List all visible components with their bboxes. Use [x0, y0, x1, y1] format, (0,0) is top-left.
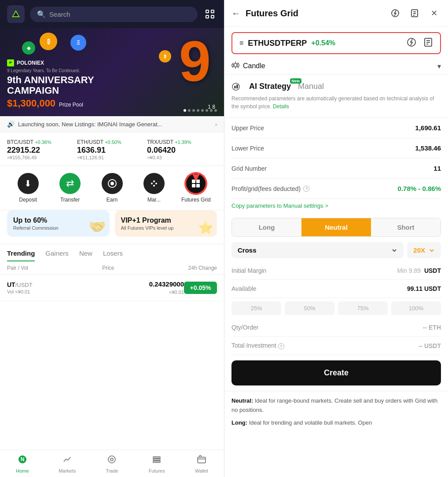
pct-25[interactable]: 25%	[231, 301, 281, 315]
earn-label: Earn	[106, 197, 118, 203]
action-earn[interactable]: Earn	[91, 173, 133, 203]
nav-wallet-label: Wallet	[195, 468, 208, 473]
action-futures-grid[interactable]: ▼ Futures Grid	[175, 173, 217, 203]
svg-rect-44	[237, 64, 239, 66]
leverage-select[interactable]: 20X	[407, 242, 441, 258]
transfer-icon: ⇄	[59, 173, 81, 194]
candle-chart-icon	[231, 61, 239, 71]
futures-grid-label: Futures Grid	[181, 197, 211, 203]
nav-wallet[interactable]: Wallet	[179, 450, 224, 477]
nav-futures[interactable]: Futures	[134, 450, 179, 477]
direction-long[interactable]: Long	[232, 218, 301, 236]
scan-icon[interactable]	[203, 7, 217, 21]
svg-rect-18	[196, 184, 200, 187]
action-deposit[interactable]: ⬇ Deposit	[7, 173, 49, 203]
announcement-text: Launching soon, New Listings: IMGNAI Ima…	[18, 121, 162, 128]
pct-100[interactable]: 100%	[391, 301, 441, 315]
action-transfer[interactable]: ⇄ Transfer	[49, 173, 91, 203]
upper-price-value: 1,690.61	[415, 124, 441, 132]
pct-75[interactable]: 75%	[338, 301, 388, 315]
banner-content: P POLONIEX 9 Legendary Years. To Be Cont…	[7, 59, 94, 109]
app-header: 🔍 Search	[0, 0, 224, 28]
symbol-bar[interactable]: ≡ ETHUSDTPERP +0.54%	[231, 32, 441, 54]
tab-losers[interactable]: Losers	[103, 250, 123, 261]
qty-label: Qty/Order	[231, 324, 258, 331]
strategy-section: AI Strategy New Manual Recommended param…	[224, 75, 448, 114]
wallet-icon	[197, 455, 206, 466]
investment-info-icon[interactable]: ?	[278, 343, 284, 349]
tab-new[interactable]: New	[79, 250, 92, 261]
promo-vip[interactable]: VIP+1 Program All Futures VIPs level up …	[115, 210, 217, 237]
svg-rect-2	[206, 10, 209, 13]
prices-section: BTC/USDT +0.36% 22915.22 ≈¥155,766.49 ET…	[0, 132, 224, 166]
search-placeholder: Search	[49, 11, 70, 18]
lightning-icon[interactable]	[407, 37, 416, 49]
eth-value: 1636.91	[77, 146, 147, 155]
form-investment: Total Investment ? -- USDT	[231, 337, 441, 355]
symbol-change: +0.54%	[311, 39, 335, 47]
pair-vol-ut: Vol <¥0.01	[7, 289, 95, 294]
tab-ai-strategy[interactable]: AI Strategy New	[249, 82, 291, 91]
announcement-bar[interactable]: 🔊 Launching soon, New Listings: IMGNAI I…	[0, 116, 224, 132]
search-input[interactable]: 🔍 Search	[30, 7, 198, 22]
left-panel: 🔍 Search ₿ ◈ Ξ ₿ 9 P POLONIEX	[0, 0, 224, 477]
create-button[interactable]: Create	[231, 360, 441, 385]
pct-50[interactable]: 50%	[285, 301, 334, 315]
tab-gainers[interactable]: Gainers	[45, 250, 69, 261]
price-trx[interactable]: TRX/USDT +1.39% 0.06420 ≈¥0.43	[147, 138, 217, 160]
form-qty: Qty/Order -- ETH	[231, 319, 441, 337]
back-button[interactable]: ←	[231, 8, 240, 18]
lightning-button[interactable]	[388, 6, 402, 20]
nav-trade[interactable]: Trade	[90, 450, 135, 477]
grid-number-value: 11	[433, 165, 441, 172]
svg-rect-24	[153, 459, 160, 460]
nav-markets[interactable]: Markets	[45, 450, 90, 477]
copy-params-button[interactable]: Copy parameters to Manual settings >	[231, 199, 441, 213]
svg-rect-26	[198, 457, 206, 463]
banner-subtitle: 9 Legendary Years. To Be Continued.	[7, 68, 94, 73]
book-button[interactable]	[408, 6, 422, 20]
col-pair: Pair / Vol	[7, 265, 28, 271]
candle-row[interactable]: Candle ▾	[224, 58, 448, 75]
nav-home-label: Home	[16, 468, 29, 473]
svg-rect-23	[153, 457, 160, 458]
param-upper-price: Upper Price 1,690.61	[231, 118, 441, 138]
direction-short[interactable]: Short	[371, 218, 441, 236]
trx-change: +1.39%	[175, 139, 191, 145]
price-btc[interactable]: BTC/USDT +0.36% 22915.22 ≈¥155,766.49	[7, 138, 77, 160]
details-link[interactable]: Details	[273, 103, 289, 110]
promo-banner[interactable]: ₿ ◈ Ξ ₿ 9 P POLONIEX 9 Legendary Years. …	[0, 28, 224, 116]
tab-manual[interactable]: Manual	[298, 82, 324, 91]
nav-home[interactable]: N Home	[0, 450, 45, 477]
desc-neutral: Neutral: Ideal for range-bound markets. …	[231, 396, 441, 415]
svg-point-10	[110, 182, 114, 185]
action-mar[interactable]: Mar...	[133, 173, 175, 203]
investment-label: Total Investment ?	[231, 342, 284, 349]
banner-slide-indicator: 1 8	[208, 104, 215, 110]
promo-referral[interactable]: Up to 60% Referral Commission 🤝	[7, 210, 110, 237]
futures-icon	[152, 455, 162, 466]
svg-text:N: N	[21, 456, 25, 462]
param-profit: Profit/grid(fees deducted) ? 0.78% - 0.8…	[231, 179, 441, 199]
btc-value: 22915.22	[7, 146, 77, 155]
profit-info-icon[interactable]: ?	[303, 186, 309, 192]
close-button[interactable]: ✕	[427, 6, 441, 20]
price-eth[interactable]: ETH/USDT +0.50% 1636.91 ≈¥11,126.91	[77, 138, 147, 160]
direction-neutral[interactable]: Neutral	[301, 218, 371, 236]
params-section: Upper Price 1,690.61 Lower Price 1,538.4…	[224, 117, 448, 213]
menu-lines-icon: ≡	[239, 39, 243, 47]
book-icon[interactable]	[423, 37, 433, 49]
trx-yen: ≈¥0.43	[147, 155, 217, 160]
strategy-description: Recommended parameters are automatically…	[231, 95, 441, 110]
cross-select[interactable]: Cross	[231, 242, 404, 258]
lower-price-value: 1,538.46	[415, 144, 441, 152]
markets-icon	[62, 455, 72, 466]
app-logo[interactable]	[7, 5, 25, 23]
promo-vip-sub: All Futures VIPs level up	[121, 225, 211, 231]
promo-vip-title: VIP+1 Program	[121, 216, 211, 224]
table-row[interactable]: UT/USDT Vol <¥0.01 0.24329000 <¥0.01 +0.…	[0, 275, 224, 301]
banner-number: 9	[179, 33, 211, 90]
trx-value: 0.06420	[147, 146, 217, 155]
tab-trending[interactable]: Trending	[7, 250, 35, 261]
mar-icon	[143, 173, 165, 194]
